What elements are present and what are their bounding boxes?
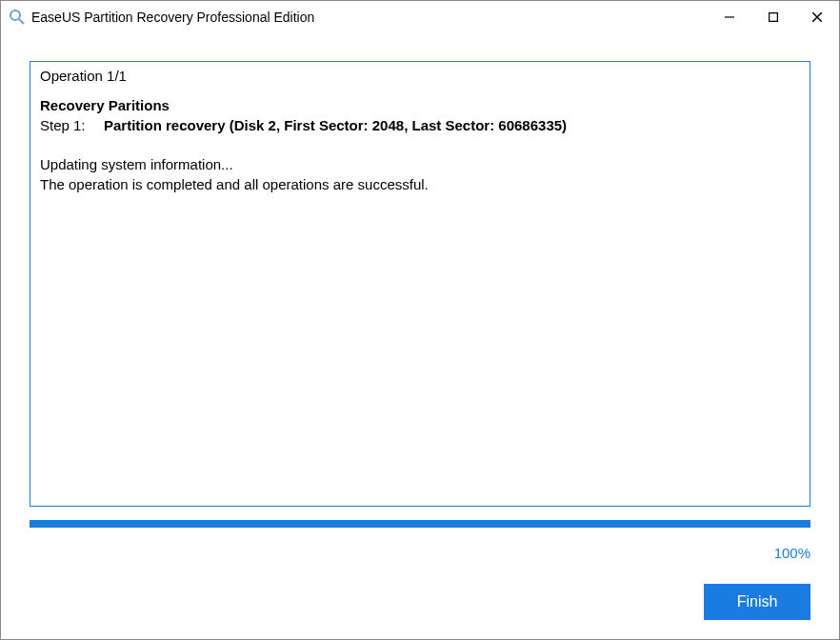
minimize-button[interactable] bbox=[708, 1, 751, 32]
finish-button[interactable]: Finish bbox=[704, 584, 810, 620]
titlebar: EaseUS Partition Recovery Professional E… bbox=[1, 1, 839, 32]
operation-box: Operation 1/1 Recovery Paritions Step 1:… bbox=[30, 61, 810, 507]
svg-point-0 bbox=[10, 10, 20, 20]
step-label: Step 1: bbox=[40, 117, 104, 133]
step-row: Step 1: Partition recovery (Disk 2, Firs… bbox=[40, 117, 800, 133]
button-row: Finish bbox=[30, 584, 810, 620]
recovery-title: Recovery Paritions bbox=[40, 97, 800, 113]
app-icon bbox=[9, 9, 26, 26]
close-button[interactable] bbox=[795, 1, 839, 32]
svg-line-1 bbox=[19, 19, 24, 24]
status-line-2: The operation is completed and all opera… bbox=[40, 174, 800, 194]
window-controls bbox=[708, 1, 839, 32]
progress-percent-label: 100% bbox=[30, 545, 810, 561]
status-line-1: Updating system information... bbox=[40, 154, 800, 174]
status-text: Updating system information... The opera… bbox=[40, 154, 800, 194]
progress-bar bbox=[30, 520, 810, 528]
content-area: Operation 1/1 Recovery Paritions Step 1:… bbox=[1, 32, 839, 639]
window-title: EaseUS Partition Recovery Professional E… bbox=[31, 10, 708, 25]
operation-header: Operation 1/1 bbox=[40, 68, 800, 84]
step-detail: Partition recovery (Disk 2, First Sector… bbox=[104, 117, 567, 133]
maximize-button[interactable] bbox=[751, 1, 795, 32]
svg-rect-3 bbox=[770, 12, 778, 21]
